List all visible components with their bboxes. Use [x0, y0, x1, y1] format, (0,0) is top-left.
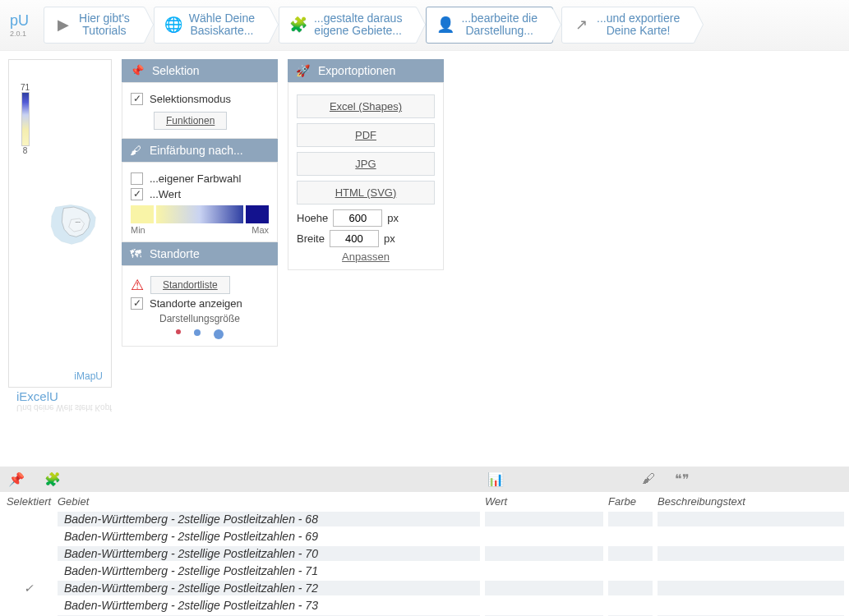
- user-edit-icon: 👤: [436, 16, 454, 34]
- standortliste-button[interactable]: Standortliste: [150, 276, 230, 294]
- size-small-button[interactable]: [176, 329, 181, 334]
- show-locations-label: Standorte anzeigen: [150, 297, 242, 310]
- undertag: Und deine Welt steht Kopf: [8, 403, 112, 412]
- table-row[interactable]: Baden-Württemberg - 2stellige Postleitza…: [0, 545, 849, 563]
- underbrand: iExcelU: [8, 389, 112, 403]
- map-svg[interactable]: Stuttgart: [42, 67, 106, 382]
- table-toolbar: 📌 🧩 📊 🖌 ❝❞: [0, 467, 849, 492]
- brush-icon[interactable]: 🖌: [642, 471, 655, 486]
- col-farbe: Farbe: [608, 495, 658, 508]
- share-icon: ↗: [572, 16, 590, 34]
- nav-label: ...gestalte daraus eigene Gebiete...: [314, 12, 402, 38]
- row-besch[interactable]: [658, 546, 844, 561]
- own-color-checkbox[interactable]: [131, 172, 143, 185]
- row-farbe[interactable]: [608, 546, 653, 561]
- table-row[interactable]: Baden-Württemberg - 2stellige Postleitza…: [0, 563, 849, 580]
- row-wert[interactable]: [485, 512, 603, 526]
- row-wert[interactable]: [485, 563, 603, 578]
- row-gebiet: Baden-Württemberg - 2stellige Postleitza…: [58, 546, 480, 561]
- export-html-button[interactable]: HTML (SVG): [297, 181, 435, 205]
- row-gebiet: Baden-Württemberg - 2stellige Postleitza…: [58, 529, 480, 544]
- width-input[interactable]: [330, 230, 379, 247]
- row-farbe[interactable]: [608, 563, 653, 578]
- row-wert[interactable]: [485, 581, 603, 595]
- map-panel[interactable]: 71 8 Stuttgart iMapU: [8, 59, 112, 388]
- max-color-swatch[interactable]: [246, 205, 269, 223]
- selektionsmodus-checkbox[interactable]: ✓: [131, 93, 143, 105]
- nav-label: ...bearbeite die Darstellung...: [461, 12, 538, 38]
- main: 71 8 Stuttgart iMapU iExcelU Und deine W…: [0, 51, 849, 417]
- legend-max: 71: [21, 83, 30, 92]
- min-label: Min: [131, 225, 145, 235]
- nav-tutorials[interactable]: ▶ Hier gibt's Tutorials: [44, 7, 145, 44]
- show-locations-checkbox[interactable]: ✓: [131, 297, 143, 310]
- nav-label: Hier gibt's Tutorials: [79, 12, 130, 38]
- funktionen-button[interactable]: Funktionen: [154, 112, 227, 130]
- color-legend: 71 8: [21, 83, 30, 155]
- table-row[interactable]: Baden-Württemberg - 2stellige Postleitza…: [0, 597, 849, 614]
- row-farbe[interactable]: [608, 581, 653, 595]
- warning-icon: ⚠: [131, 276, 144, 294]
- brush-icon: 🖌: [130, 144, 141, 157]
- export-excel-button[interactable]: Excel (Shapes): [297, 94, 435, 118]
- col-gebiet: Gebiet: [58, 495, 485, 508]
- map-brand: iMapU: [74, 370, 103, 382]
- selektionsmodus-label: Selektionsmodus: [150, 93, 231, 105]
- puzzle-icon[interactable]: 🧩: [44, 471, 61, 487]
- col-wert: Wert: [485, 495, 608, 508]
- table-row[interactable]: ✓Baden-Württemberg - 2stellige Postleitz…: [0, 580, 849, 597]
- size-label: Darstellungsgröße: [131, 313, 269, 324]
- play-icon: ▶: [54, 16, 72, 34]
- row-besch[interactable]: [658, 563, 844, 578]
- puzzle-icon: 🧩: [289, 16, 307, 34]
- nav-export[interactable]: ↗ ...und exportiere Deine Karte!: [561, 7, 695, 44]
- chart-icon[interactable]: 📊: [487, 471, 504, 487]
- map-icon: 🗺: [130, 247, 141, 260]
- table-row[interactable]: Baden-Württemberg - 2stellige Postleitza…: [0, 528, 849, 545]
- brand-name: pU: [10, 12, 29, 29]
- col-beschreibung: Beschreibungstext: [658, 495, 849, 508]
- nav-basemap[interactable]: 🌐 Wähle Deine Basiskarte...: [154, 7, 270, 44]
- brand-version: 2.0.1: [10, 30, 29, 38]
- top-nav: pU 2.0.1 ▶ Hier gibt's Tutorials 🌐 Wähle…: [0, 0, 849, 51]
- px-label: px: [384, 232, 395, 245]
- row-besch[interactable]: [658, 581, 844, 595]
- side-export: 🚀 Exportoptionen Excel (Shapes) PDF JPG …: [288, 59, 444, 412]
- nav-regions[interactable]: 🧩 ...gestalte daraus eigene Gebiete...: [279, 7, 418, 44]
- section-locations-head: 🗺 Standorte: [122, 242, 278, 265]
- section-export-head: 🚀 Exportoptionen: [288, 59, 444, 82]
- px-label: px: [387, 212, 399, 224]
- row-wert[interactable]: [485, 598, 603, 613]
- row-besch[interactable]: [658, 529, 844, 544]
- row-farbe[interactable]: [608, 598, 653, 613]
- own-color-label: ...eigener Farbwahl: [150, 172, 241, 185]
- quote-icon[interactable]: ❝❞: [675, 471, 690, 487]
- nav-label: Wähle Deine Basiskarte...: [189, 12, 255, 38]
- row-select-mark: ✓: [24, 582, 34, 595]
- size-medium-button[interactable]: [194, 329, 201, 336]
- pin-icon[interactable]: 📌: [8, 471, 25, 487]
- row-besch[interactable]: [658, 598, 844, 613]
- pin-icon: 📌: [130, 64, 144, 77]
- brand: pU 2.0.1: [3, 12, 35, 38]
- legend-bar: [21, 92, 30, 146]
- section-title: Einfärbung nach...: [150, 144, 243, 157]
- size-large-button[interactable]: [214, 329, 224, 339]
- row-farbe[interactable]: [608, 529, 653, 544]
- row-gebiet: Baden-Württemberg - 2stellige Postleitza…: [58, 581, 480, 595]
- row-wert[interactable]: [485, 529, 603, 544]
- row-besch[interactable]: [658, 512, 844, 526]
- export-jpg-button[interactable]: JPG: [297, 152, 435, 176]
- value-color-checkbox[interactable]: ✓: [131, 188, 143, 200]
- section-selection-head: 📌 Selektion: [122, 59, 278, 82]
- table-row[interactable]: Baden-Württemberg - 2stellige Postleitza…: [0, 511, 849, 528]
- height-input[interactable]: [333, 209, 382, 227]
- max-label: Max: [251, 225, 269, 235]
- anpassen-button[interactable]: Anpassen: [342, 251, 390, 263]
- min-color-swatch[interactable]: [131, 205, 154, 223]
- export-pdf-button[interactable]: PDF: [297, 123, 435, 147]
- row-wert[interactable]: [485, 546, 603, 561]
- section-title: Standorte: [150, 247, 200, 260]
- nav-display[interactable]: 👤 ...bearbeite die Darstellung...: [426, 7, 553, 44]
- row-farbe[interactable]: [608, 512, 653, 526]
